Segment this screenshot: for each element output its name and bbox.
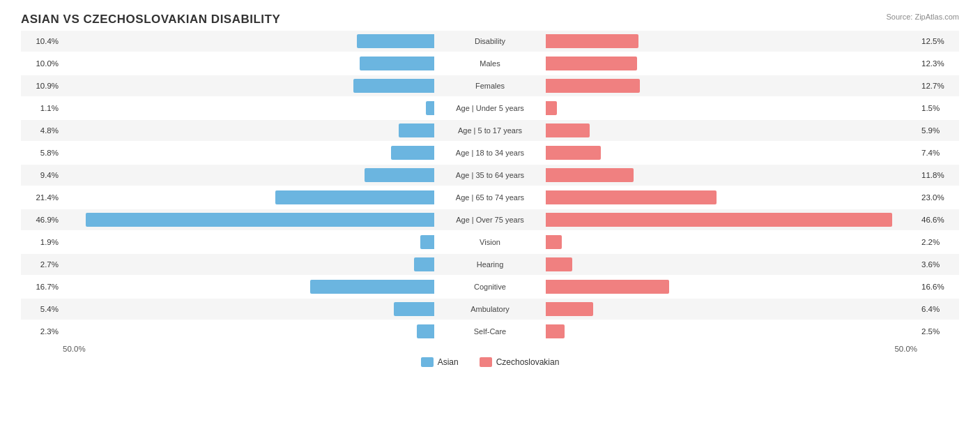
bar-czech (546, 34, 638, 48)
right-bars (546, 235, 917, 249)
legend-area: Asian Czechoslovakian (21, 357, 959, 367)
bar-czech (546, 101, 557, 115)
bars-area: 10.4% Disability 12.5% 10.0% Males 12.3%… (21, 31, 959, 342)
right-bars (546, 280, 917, 294)
right-value: 12.3% (917, 59, 959, 68)
left-value: 16.7% (21, 283, 63, 291)
legend-czechoslovakian: Czechoslovakian (480, 357, 560, 367)
bar-asian (360, 57, 434, 70)
right-bars (546, 257, 917, 271)
bar-label: Age | 65 to 74 years (434, 193, 546, 202)
chart-title: ASIAN VS CZECHOSLOVAKIAN DISABILITY (21, 13, 959, 27)
left-value: 1.9% (21, 238, 63, 246)
bar-asian (399, 123, 434, 137)
legend-asian-box (421, 357, 434, 367)
chart-container: ASIAN VS CZECHOSLOVAKIAN DISABILITY Sour… (0, 0, 980, 427)
right-value: 2.5% (917, 327, 959, 336)
legend-czech-label: Czechoslovakian (496, 357, 560, 367)
axis-labels: 50.0% 50.0% (21, 343, 959, 353)
bar-label: Age | Under 5 years (434, 104, 546, 112)
left-value: 2.3% (21, 327, 63, 336)
left-value: 4.8% (21, 126, 63, 135)
bar-asian (275, 190, 434, 204)
bar-asian (86, 213, 434, 227)
right-value: 11.8% (917, 171, 959, 179)
bar-label: Age | 18 to 34 years (434, 149, 546, 157)
bar-czech (546, 257, 572, 271)
right-value: 16.6% (917, 283, 959, 291)
bar-asian (426, 101, 434, 115)
bar-label: Age | Over 75 years (434, 216, 546, 224)
left-bars (63, 235, 434, 249)
bar-row: 10.0% Males 12.3% (21, 53, 959, 74)
bar-asian (417, 324, 434, 338)
right-bars (546, 168, 917, 182)
left-bars (63, 190, 434, 204)
bar-czech (546, 302, 593, 316)
right-value: 6.4% (917, 305, 959, 313)
right-bars (546, 34, 917, 48)
bar-row: 5.8% Age | 18 to 34 years 7.4% (21, 142, 959, 163)
bar-asian (420, 235, 434, 249)
left-bars (63, 101, 434, 115)
left-value: 10.9% (21, 82, 63, 90)
right-value: 12.7% (917, 82, 959, 90)
left-value: 5.4% (21, 305, 63, 313)
bar-czech (546, 213, 892, 227)
bar-czech (546, 123, 590, 137)
right-bars (546, 302, 917, 316)
axis-left: 50.0% (63, 345, 86, 353)
right-bars (546, 79, 917, 93)
bar-row: 1.1% Age | Under 5 years 1.5% (21, 98, 959, 119)
left-bars (63, 168, 434, 182)
right-value: 2.2% (917, 238, 959, 246)
bar-row: 21.4% Age | 65 to 74 years 23.0% (21, 187, 959, 208)
right-value: 3.6% (917, 260, 959, 269)
bar-asian (391, 146, 434, 160)
bar-czech (546, 235, 562, 249)
legend-asian: Asian (421, 357, 459, 367)
bar-asian (365, 168, 434, 182)
bar-row: 4.8% Age | 5 to 17 years 5.9% (21, 120, 959, 141)
right-value: 5.9% (917, 126, 959, 135)
bar-row: 16.7% Cognitive 16.6% (21, 276, 959, 297)
bar-label: Males (434, 59, 546, 68)
bar-label: Disability (434, 37, 546, 45)
bar-asian (353, 79, 434, 93)
right-bars (546, 213, 917, 227)
right-bars (546, 57, 917, 70)
bar-asian (394, 302, 434, 316)
right-bars (546, 101, 917, 115)
bar-label: Self-Care (434, 327, 546, 336)
left-value: 2.7% (21, 260, 63, 269)
left-bars (63, 79, 434, 93)
right-bars (546, 324, 917, 338)
bar-row: 10.9% Females 12.7% (21, 75, 959, 96)
source-text: Source: ZipAtlas.com (886, 13, 959, 21)
bar-czech (546, 79, 640, 93)
legend-czech-box (480, 357, 492, 367)
axis-right: 50.0% (894, 345, 917, 353)
right-value: 12.5% (917, 37, 959, 45)
bar-asian (357, 34, 434, 48)
bar-row: 2.3% Self-Care 2.5% (21, 321, 959, 342)
left-value: 46.9% (21, 216, 63, 224)
bar-row: 10.4% Disability 12.5% (21, 31, 959, 52)
left-bars (63, 324, 434, 338)
left-bars (63, 280, 434, 294)
left-value: 10.4% (21, 37, 63, 45)
left-bars (63, 213, 434, 227)
bar-label: Cognitive (434, 283, 546, 291)
left-bars (63, 34, 434, 48)
bar-label: Vision (434, 238, 546, 246)
bar-row: 1.9% Vision 2.2% (21, 232, 959, 253)
left-bars (63, 257, 434, 271)
bar-czech (546, 146, 601, 160)
bar-czech (546, 168, 634, 182)
legend-asian-label: Asian (438, 357, 459, 367)
left-value: 10.0% (21, 59, 63, 68)
left-value: 1.1% (21, 104, 63, 112)
right-value: 1.5% (917, 104, 959, 112)
bar-label: Ambulatory (434, 305, 546, 313)
bar-row: 2.7% Hearing 3.6% (21, 254, 959, 275)
